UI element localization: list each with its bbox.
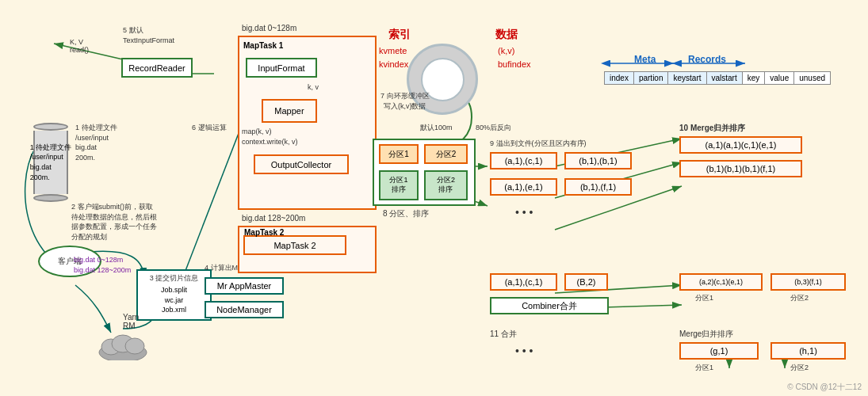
index-col: index: [605, 72, 634, 85]
final-part1-label: 分区1: [695, 363, 713, 373]
node-manager-box: NodeManager: [205, 301, 284, 318]
bufindex-label: bufindex: [498, 59, 531, 69]
yarn-rm-label: YarnRM: [123, 313, 139, 330]
combiner-box: Combiner合并: [490, 297, 609, 314]
spill-a1c1-box: (a,1),(c,1): [490, 152, 557, 169]
data-title: 数据: [495, 28, 518, 42]
h1-label: (h,1): [799, 346, 817, 356]
part2-sort-label: 分区2排序: [437, 176, 455, 194]
default-textinput-label: 5 默认TextInputFormat: [123, 25, 174, 45]
mapper-label: Mapper: [274, 106, 304, 116]
maptask2-inner: MapTask 2: [243, 235, 346, 255]
file-splits: big.dat 0~128m big.dat 128~200m: [74, 255, 131, 275]
value-col: value: [765, 72, 794, 85]
kv-read-label: K, Vread(): [70, 38, 89, 54]
node-manager-label: NodeManager: [216, 305, 272, 314]
ring-buffer-label: 7 向环形缓冲区写入(k,v)数据: [380, 91, 430, 111]
merge11-label: 11 合并: [490, 329, 517, 340]
kv-out-label: k, v: [308, 83, 319, 91]
part2-sort-box: 分区2排序: [424, 170, 468, 200]
kv-data-label: (k,v): [498, 46, 514, 55]
maptask2-title: MapTask 2: [244, 228, 284, 237]
file-info-label: 1 待处理文件/user/inputbig.dat200m.: [75, 123, 117, 162]
logic-label: 6 逻辑运算: [192, 123, 227, 133]
output-collector-box: OutputCollector: [254, 154, 349, 174]
spill-a1e1: (a,1),(e,1): [504, 182, 542, 192]
job-files: Job.splitwc.jarJob.xml: [161, 285, 187, 315]
sort-label: 8 分区、排序: [383, 208, 429, 219]
spill-b1f1: (b,1),(f,1): [580, 182, 616, 192]
index-title: 索引: [388, 28, 411, 42]
record-reader-label: RecordReader: [128, 63, 185, 73]
combiner-a1c1: (a,1),(c,1): [505, 277, 543, 287]
submit-description: 2 客户端submit()前，获取待处理数据的信息，然后根据参数配置，形成一个任…: [71, 202, 157, 242]
merge2-box: (b,1)(b,1)(b,1)(f,1): [679, 160, 802, 177]
meta-label: Meta: [634, 54, 656, 65]
final-part2-label: 分区2: [790, 363, 809, 373]
spill-b1b1-box: (b,1),(b,1): [564, 152, 632, 169]
records-label: Records: [688, 54, 726, 65]
kvindex-label: kvindex: [379, 59, 408, 69]
mapper-box: Mapper: [262, 99, 317, 123]
spill-a1e1-box: (a,1),(e,1): [490, 178, 557, 196]
merge-sort-label2: Merge归并排序: [679, 329, 733, 340]
bigdat1-label: big.dat 0~128m: [242, 24, 296, 32]
default-100m: 默认100m: [420, 123, 453, 133]
part1-sort-label: 分区1排序: [389, 176, 407, 194]
combiner-result1-box: (a,2)(c,1)(e,1): [679, 273, 763, 291]
percent-80: 80%后反向: [476, 123, 511, 133]
valstart-col: valstart: [706, 72, 742, 85]
app-master-label: Mr AppMaster: [217, 281, 271, 291]
part1-label: 分区1: [388, 149, 409, 160]
h1-box: (h,1): [770, 342, 846, 360]
bigdat2-label: big.dat 128~200m: [242, 214, 305, 223]
unused-col: unused: [794, 72, 831, 85]
inputformat-box: InputFormat: [246, 58, 317, 78]
dots2: • • •: [515, 345, 533, 357]
map-kv-text: map(k, v)context.write(k, v): [242, 127, 298, 147]
merge-sort-label: 10 Merge归并排序: [679, 123, 745, 134]
merge1-label: (a,1)(a,1)(c,1)(e,1): [705, 140, 777, 150]
footer: © CSDN @12十二12: [787, 382, 862, 393]
part1-sort-box: 分区1排序: [379, 170, 419, 200]
g1-box: (g,1): [679, 342, 759, 360]
spill-b1f1-box: (b,1),(f,1): [564, 178, 632, 196]
maptask2-text: MapTask 2: [273, 241, 315, 250]
spill-label: 9 溢出到文件(分区且区内有序): [490, 139, 587, 149]
file-content: 1 待处理文件 /user/input big.dat 200m.: [30, 143, 72, 182]
merge1-box: (a,1)(a,1)(c,1)(e,1): [679, 136, 802, 154]
merge2-label: (b,1)(b,1)(b,1)(f,1): [706, 164, 775, 173]
maptask1-label: MapTask 1: [243, 41, 283, 50]
spill-dots1: • • •: [515, 206, 533, 219]
record-reader-box: RecordReader: [121, 58, 193, 78]
part2-label: 分区2: [436, 149, 457, 160]
combiner-label: Combiner合并: [522, 300, 577, 312]
combiner-a1c1-box: (a,1),(c,1): [490, 273, 557, 291]
combiner-part2-label: 分区2: [790, 293, 809, 303]
combiner-part1-label: 分区1: [695, 293, 713, 303]
combiner-a2c1e1: (a,2)(c,1)(e,1): [699, 278, 743, 286]
combiner-B2-box: (B,2): [564, 273, 608, 291]
key-col: key: [742, 72, 765, 85]
output-collector-label: OutputCollector: [271, 160, 331, 169]
keystart-col: keystart: [668, 72, 706, 85]
partion-col: partion: [633, 72, 668, 85]
g1-label: (g,1): [710, 346, 728, 356]
job-split-box: 3 提交切片信息 Job.splitwc.jarJob.xml: [136, 269, 212, 321]
file-cylinder: 1 待处理文件 /user/input big.dat 200m.: [33, 123, 68, 202]
split-info-label: 3 提交切片信息: [150, 273, 199, 284]
combiner-result2-box: (b,3)(f,1): [770, 273, 846, 291]
part1-box: 分区1: [379, 144, 419, 164]
spill-a1c1: (a,1),(c,1): [505, 156, 543, 166]
kvmete-label: kvmete: [379, 46, 407, 55]
part2-box: 分区2: [424, 144, 468, 164]
app-master-box: Mr AppMaster: [205, 277, 284, 295]
spill-b1b1: (b,1),(b,1): [579, 156, 617, 166]
inputformat-label: InputFormat: [258, 63, 304, 73]
svg-point-11: [125, 338, 144, 354]
combiner-b3f1: (b,3)(f,1): [794, 278, 822, 286]
meta-records-table: index partion keystart valstart key valu…: [604, 71, 831, 85]
combiner-B2: (B,2): [577, 277, 596, 287]
